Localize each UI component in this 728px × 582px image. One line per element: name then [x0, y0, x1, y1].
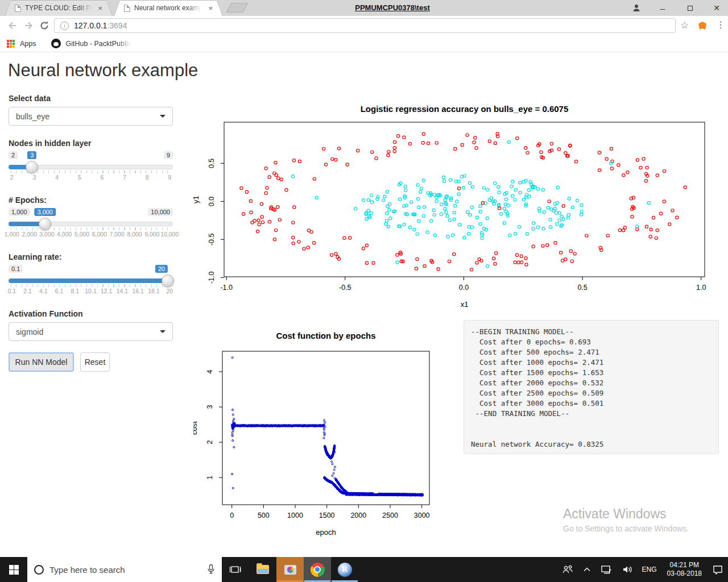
folder-icon [257, 565, 269, 574]
network-icon[interactable] [595, 557, 617, 582]
minimize-button[interactable]: – [653, 0, 672, 16]
slider-value-badge: 3,000 [34, 208, 56, 216]
volume-icon[interactable] [617, 557, 638, 582]
epochs-slider[interactable]: 1,00010,0003,0001,0002,0003,0004,0005,00… [9, 208, 173, 240]
svg-text:0.5: 0.5 [577, 284, 587, 292]
slider-tick-labels: 23456789 [9, 174, 173, 182]
url-text: 127.0.0.1:3694 [74, 21, 127, 30]
search-placeholder: Type here to search [49, 565, 201, 575]
apps-grid-icon[interactable] [7, 40, 15, 48]
close-button[interactable]: ✕ [707, 0, 726, 16]
slider-tick-label: 10,000 [160, 231, 179, 238]
select-data-dropdown[interactable]: bulls_eye [9, 107, 173, 126]
action-center-icon[interactable] [708, 557, 728, 582]
window-title: PPMUMCPU0378\test [279, 3, 506, 12]
svg-text:0.0: 0.0 [459, 284, 469, 292]
slider-tick-marks [11, 171, 171, 173]
select-data-value: bulls_eye [16, 112, 49, 121]
slider-min-badge: 0.1 [9, 265, 23, 273]
github-icon[interactable] [51, 39, 61, 48]
shiny-app-page: Neural network example Select data bulls… [0, 52, 728, 557]
slider-tick-label: 5,000 [75, 231, 89, 238]
slider-tick-label: 7 [123, 174, 126, 181]
learning-rate-label: Learning rate: [9, 252, 61, 261]
chevron-down-icon [160, 330, 166, 333]
slider-tick-label: 4,000 [57, 231, 72, 238]
slider-tick-label: 2 [10, 174, 14, 181]
slider-tick-labels: 0.12.14.16.18.110.112.114.116.118.120 [9, 288, 173, 296]
tab-close-icon[interactable]: × [98, 5, 102, 12]
github-bookmark[interactable]: GitHub - PacktPublis [66, 40, 131, 48]
windows-taskbar: Type here to search R [0, 557, 728, 582]
new-tab-button[interactable] [226, 3, 248, 13]
svg-text:cost: cost [193, 421, 198, 435]
svg-text:1.0: 1.0 [696, 284, 706, 292]
svg-text:1: 1 [206, 476, 214, 480]
people-button[interactable] [557, 557, 578, 582]
browser-toolbar: i 127.0.0.1:3694 ☆ ⋮ [0, 16, 728, 35]
tab-neural-network[interactable]: Neural network example × [114, 0, 223, 16]
svg-text:4: 4 [206, 369, 214, 373]
extension-fox-icon[interactable] [698, 22, 706, 30]
profile-icon[interactable] [627, 0, 646, 16]
start-button[interactable] [0, 557, 27, 582]
file-explorer-button[interactable] [249, 557, 276, 582]
tray-chevron-icon[interactable] [578, 557, 595, 582]
nodes-label: Nodes in hidden layer [9, 139, 91, 148]
activation-dropdown[interactable]: sigmoid [9, 322, 173, 341]
photos-app-button[interactable] [276, 557, 304, 582]
tab-close-icon[interactable]: × [208, 5, 213, 12]
browser-menu-icon[interactable]: ⋮ [716, 19, 725, 30]
slider-value-badge: 3 [27, 151, 36, 159]
bookmark-star-icon[interactable]: ☆ [680, 19, 689, 31]
reset-button[interactable]: Reset [80, 352, 110, 372]
page-favicon-icon [15, 5, 21, 12]
slider-tick-label: 7,000 [110, 231, 125, 238]
svg-text:-1.0: -1.0 [220, 284, 233, 292]
slider-tick-label: 3 [32, 174, 36, 181]
slider-tick-label: 4.1 [39, 288, 48, 294]
url-bar[interactable]: i 127.0.0.1:3694 [54, 18, 676, 33]
microphone-icon[interactable] [207, 564, 215, 575]
svg-text:x1: x1 [461, 300, 469, 309]
task-view-button[interactable] [222, 557, 249, 582]
forward-icon[interactable] [23, 20, 34, 31]
page-title: Neural network example [8, 60, 198, 81]
run-model-button[interactable]: Run NN Model [9, 352, 74, 372]
system-tray: ENG 04:21 PM 03-08-2018 [557, 557, 728, 582]
restore-button[interactable] [680, 0, 700, 16]
tab-type-cloud[interactable]: TYPE CLOUD: Edit Post ‹ F × [5, 0, 113, 16]
language-indicator[interactable]: ENG [638, 557, 661, 582]
nodes-slider[interactable]: 29323456789 [9, 151, 173, 183]
svg-text:-1.0: -1.0 [208, 272, 216, 284]
slider-tick-label: 2,000 [22, 231, 36, 238]
date: 03-08-2018 [667, 569, 702, 578]
rstudio-button[interactable]: R [331, 557, 358, 582]
taskbar-clock[interactable]: 04:21 PM 03-08-2018 [661, 557, 708, 582]
svg-text:-0.5: -0.5 [208, 234, 216, 246]
page-info-icon[interactable]: i [60, 22, 69, 30]
apps-bookmark[interactable]: Apps [20, 40, 36, 48]
slider-max-badge: 10,000 [148, 208, 173, 216]
slider-tick-label: 8.1 [71, 288, 79, 294]
slider-tick-label: 1,000 [5, 231, 19, 238]
svg-text:2500: 2500 [382, 512, 398, 519]
slider-tick-label: 8 [146, 174, 149, 181]
learning-rate-slider[interactable]: 0.1200.12.14.16.18.110.112.114.116.118.1… [9, 265, 173, 297]
slider-tick-label: 6 [100, 174, 104, 181]
back-icon[interactable] [7, 20, 18, 31]
tab-title: Neural network example [134, 4, 201, 12]
training-console-output: --BEGIN TRAINING MODEL-- Cost after 0 ep… [464, 320, 719, 454]
chrome-button[interactable] [304, 557, 331, 582]
svg-text:epoch: epoch [316, 528, 336, 537]
chrome-icon [311, 563, 325, 577]
taskbar-search[interactable]: Type here to search [27, 557, 222, 582]
slider-value-badge: 20 [155, 265, 168, 273]
slider-tick-label: 16.1 [133, 288, 144, 294]
slider-tick-label: 18.1 [148, 288, 159, 294]
browser-titlebar: TYPE CLOUD: Edit Post ‹ F × Neural netwo… [0, 0, 728, 16]
slider-tick-label: 6,000 [92, 231, 107, 238]
slider-tick-label: 14.1 [117, 288, 128, 294]
refresh-icon[interactable] [39, 20, 50, 31]
slider-tick-label: 8,000 [127, 231, 142, 238]
